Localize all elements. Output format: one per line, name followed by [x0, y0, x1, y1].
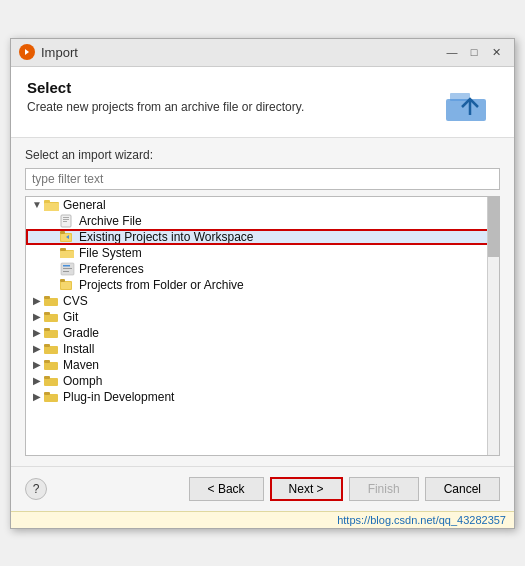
- footer-section: ? < Back Next > Finish Cancel: [11, 466, 514, 511]
- git-label: Git: [63, 310, 78, 324]
- svg-rect-35: [44, 376, 50, 379]
- tree-item-general[interactable]: ▼ General: [26, 197, 499, 213]
- svg-rect-33: [44, 360, 50, 363]
- svg-rect-15: [60, 248, 66, 251]
- title-bar: Import — □ ✕: [11, 39, 514, 67]
- svg-rect-23: [61, 282, 71, 289]
- file-system-icon: [60, 246, 76, 260]
- svg-rect-20: [63, 271, 69, 272]
- svg-rect-19: [63, 268, 72, 269]
- git-folder-icon: [44, 310, 60, 324]
- header-heading: Select: [27, 79, 304, 96]
- svg-rect-24: [44, 298, 58, 306]
- existing-projects-label: Existing Projects into Workspace: [79, 230, 254, 244]
- tree-item-cvs[interactable]: ▶ CVS: [26, 293, 499, 309]
- chevron-oomph: ▶: [30, 374, 44, 388]
- filter-input[interactable]: [25, 168, 500, 190]
- svg-rect-6: [44, 203, 59, 211]
- tree-item-oomph[interactable]: ▶ Oomph: [26, 373, 499, 389]
- tree-item-existing-projects[interactable]: ▶ Existing Projects into Workspace: [26, 229, 499, 245]
- svg-rect-34: [44, 378, 58, 386]
- chevron-cvs: ▶: [30, 294, 44, 308]
- svg-rect-13: [61, 234, 71, 241]
- svg-rect-28: [44, 330, 58, 338]
- tree-item-gradle[interactable]: ▶ Gradle: [26, 325, 499, 341]
- cvs-label: CVS: [63, 294, 88, 308]
- tree-container[interactable]: ▼ General ▶: [25, 196, 500, 456]
- title-bar-left: Import: [19, 44, 78, 60]
- svg-rect-29: [44, 328, 50, 331]
- projects-folder-label: Projects from Folder or Archive: [79, 278, 244, 292]
- cvs-folder-icon: [44, 294, 60, 308]
- app-icon: [19, 44, 35, 60]
- chevron-git: ▶: [30, 310, 44, 324]
- svg-rect-2: [450, 93, 470, 101]
- gradle-label: Gradle: [63, 326, 99, 340]
- header-text: Select Create new projects from an archi…: [27, 79, 304, 114]
- general-label: General: [63, 198, 106, 212]
- install-folder-icon: [44, 342, 60, 356]
- tree-item-archive-file[interactable]: ▶ Archive File: [26, 213, 499, 229]
- back-button[interactable]: < Back: [189, 477, 264, 501]
- projects-folder-icon: [60, 278, 76, 292]
- svg-rect-26: [44, 314, 58, 322]
- tree-item-plugin-dev[interactable]: ▶ Plug-in Development: [26, 389, 499, 405]
- archive-file-icon: [60, 214, 76, 228]
- body-section: Select an import wizard: ▼ General: [11, 138, 514, 466]
- plugin-dev-label: Plug-in Development: [63, 390, 174, 404]
- svg-rect-9: [63, 219, 69, 220]
- chevron-plugin-dev: ▶: [30, 390, 44, 404]
- filter-label: Select an import wizard:: [25, 148, 500, 162]
- svg-rect-31: [44, 344, 50, 347]
- chevron-gradle: ▶: [30, 326, 44, 340]
- preferences-icon: [60, 262, 76, 276]
- maven-label: Maven: [63, 358, 99, 372]
- svg-rect-27: [44, 312, 50, 315]
- finish-button[interactable]: Finish: [349, 477, 419, 501]
- plugin-dev-folder-icon: [44, 390, 60, 404]
- window-controls: — □ ✕: [442, 42, 506, 62]
- tree-item-projects-folder[interactable]: ▶ Projects from Folder or Archive: [26, 277, 499, 293]
- next-button[interactable]: Next >: [270, 477, 343, 501]
- tree-item-preferences[interactable]: ▶ Preferences: [26, 261, 499, 277]
- install-label: Install: [63, 342, 94, 356]
- svg-rect-30: [44, 346, 58, 354]
- tree-item-maven[interactable]: ▶ Maven: [26, 357, 499, 373]
- chevron-install: ▶: [30, 342, 44, 356]
- gradle-folder-icon: [44, 326, 60, 340]
- help-button[interactable]: ?: [25, 478, 47, 500]
- svg-rect-10: [63, 221, 67, 222]
- maven-folder-icon: [44, 358, 60, 372]
- archive-file-label: Archive File: [79, 214, 142, 228]
- svg-rect-16: [60, 251, 74, 258]
- scroll-thumb[interactable]: [488, 197, 499, 257]
- preferences-label: Preferences: [79, 262, 144, 276]
- header-section: Select Create new projects from an archi…: [11, 67, 514, 138]
- minimize-button[interactable]: —: [442, 42, 462, 62]
- svg-rect-25: [44, 296, 50, 299]
- url-bar: https://blog.csdn.net/qq_43282357: [11, 511, 514, 528]
- tree-scrollbar[interactable]: [487, 197, 499, 455]
- close-button[interactable]: ✕: [486, 42, 506, 62]
- import-dialog: Import — □ ✕ Select Create new projects …: [10, 38, 515, 529]
- tree-item-install[interactable]: ▶ Install: [26, 341, 499, 357]
- dialog-title: Import: [41, 45, 78, 60]
- url-text: https://blog.csdn.net/qq_43282357: [337, 514, 506, 526]
- svg-rect-32: [44, 362, 58, 370]
- existing-projects-icon: [60, 230, 76, 244]
- cancel-button[interactable]: Cancel: [425, 477, 500, 501]
- svg-rect-36: [44, 394, 58, 402]
- svg-rect-37: [44, 392, 50, 395]
- svg-rect-12: [60, 231, 65, 234]
- chevron-general: ▼: [30, 198, 44, 212]
- footer-buttons: < Back Next > Finish Cancel: [189, 477, 500, 501]
- maximize-button[interactable]: □: [464, 42, 484, 62]
- chevron-maven: ▶: [30, 358, 44, 372]
- svg-rect-18: [63, 265, 70, 267]
- tree-item-file-system[interactable]: ▶ File System: [26, 245, 499, 261]
- tree-item-git[interactable]: ▶ Git: [26, 309, 499, 325]
- oomph-folder-icon: [44, 374, 60, 388]
- folder-open-icon: [44, 198, 60, 212]
- header-description: Create new projects from an archive file…: [27, 100, 304, 114]
- oomph-label: Oomph: [63, 374, 102, 388]
